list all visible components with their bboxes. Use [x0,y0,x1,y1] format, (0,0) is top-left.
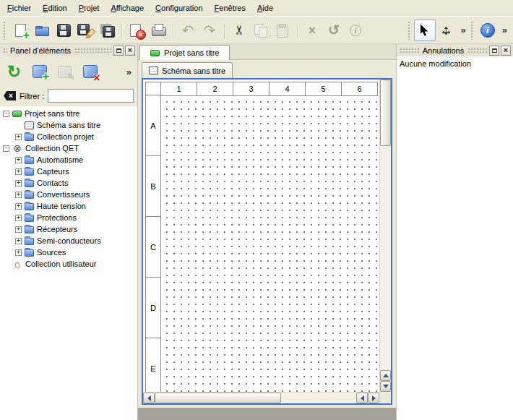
toolbar-icon [12,22,29,39]
tab-projet-sans-titre[interactable]: Projet sans titre [139,45,230,60]
mode-toolbar-overflow-button[interactable]: » [459,20,468,41]
copy-button[interactable] [250,20,272,41]
horizontal-scrollbar[interactable] [143,392,379,403]
tree-item-icon [25,157,34,164]
undo-list-item[interactable]: Aucune modification [398,57,512,69]
scroll-right-button[interactable] [368,393,379,403]
schema-view: 123456 ABCDE [142,78,392,405]
schema-canvas[interactable]: 123456 ABCDE [143,80,379,392]
tree-item-capteurs[interactable]: Capteurs [0,166,137,177]
horizontal-scrollbar-thumb[interactable] [155,393,281,403]
menu-projet[interactable]: Projet [73,1,105,15]
tree-expander-icon[interactable] [15,168,22,175]
menu-configuration[interactable]: Configuration [150,1,208,15]
column-header: 4 [269,82,306,96]
delete-element-button[interactable] [79,61,101,83]
tree-expander-icon[interactable] [15,192,22,198]
panel-toolbar-overflow-button[interactable]: » [124,67,134,77]
tree-expander-icon[interactable] [15,249,22,256]
redo-button[interactable] [199,20,220,41]
save-as-button[interactable] [74,20,96,41]
delete-button[interactable] [301,20,323,41]
tree-expander-icon[interactable] [3,111,9,117]
tree-item-label: Convertisseurs [37,190,90,199]
tree-item-collection-projet[interactable]: Collection projet [0,131,137,142]
tree-item-icon [12,144,22,153]
tree-item-contacts[interactable]: Contacts [0,177,137,189]
select-mode-button[interactable] [414,20,436,41]
filter-input[interactable] [48,89,134,103]
tab-schema-sans-titre[interactable]: Schéma sans titre [142,62,233,78]
row-header: D [145,277,161,338]
tree-item-automatisme[interactable]: Automatisme [0,154,137,166]
paste-button[interactable] [272,20,293,41]
element-info-button[interactable] [345,20,366,41]
save-all-button[interactable] [96,20,118,41]
edit-element-button[interactable] [53,61,76,83]
tree-item-collection-utilisateur[interactable]: Collection utilisateur [0,258,137,270]
undo-panel-titlebar[interactable]: Annulations [397,44,513,56]
tree-item-label: Protections [37,213,77,222]
menu-fenetres[interactable]: Fenêtres [209,1,251,15]
close-file-button[interactable] [126,20,147,41]
toolbar-icon [55,22,72,39]
panel-toolbar-icon [31,63,48,80]
scroll-left-button[interactable] [143,393,155,403]
close-undo-panel-button[interactable] [501,46,511,56]
float-panel-button[interactable] [113,46,124,56]
help-toolbar-drag-handle[interactable] [470,21,474,40]
tree-item-icon [12,260,22,268]
float-icon [492,48,497,53]
tree-expander-icon[interactable] [3,145,9,152]
print-button[interactable] [147,20,169,41]
save-button[interactable] [53,20,74,41]
toolbar-icon [252,22,270,39]
tree-item-sources[interactable]: Sources [0,247,137,258]
menu-fichier[interactable]: Fichier [1,1,37,15]
scroll-left-button-end[interactable] [356,393,368,403]
tree-expander-icon[interactable] [15,226,22,233]
cut-button[interactable] [228,20,250,41]
elements-panel-titlebar[interactable]: Panel d'éléments [0,44,137,56]
tree-item-label: Sources [37,248,66,257]
rotate-button[interactable] [323,20,345,41]
tree-item-schema-sans-titre[interactable]: Schéma sans titre [0,119,137,131]
tree-item-convertisseurs[interactable]: Convertisseurs [0,189,137,200]
tree-item-haute-tension[interactable]: Haute tension [0,200,137,212]
tree-item-semi-conducteurs[interactable]: Semi-conducteurs [0,235,137,247]
tree-item-icon [25,180,34,187]
horizontal-scrollbar-track[interactable] [281,393,356,403]
tree-item-recepteurs[interactable]: Récepteurs [0,223,137,235]
tree-item-protections[interactable]: Protections [0,212,137,223]
tree-expander-icon[interactable] [15,203,22,210]
menu-affichage[interactable]: Affichage [105,1,150,15]
vertical-scrollbar[interactable] [379,80,391,392]
toolbar-drag-handle[interactable] [3,21,7,40]
help-toolbar-overflow-button[interactable]: » [500,20,509,41]
reload-collections-button[interactable] [3,61,25,83]
vertical-scrollbar-track[interactable] [380,146,391,370]
about-button[interactable] [477,20,499,41]
clear-filter-button[interactable] [4,91,16,100]
tree-expander-icon[interactable] [15,180,22,187]
new-file-button[interactable] [9,20,31,41]
new-element-button[interactable] [28,61,51,83]
open-file-button[interactable] [31,20,53,41]
scroll-up-button[interactable] [380,370,391,381]
tree-expander-icon[interactable] [15,157,22,163]
mode-toolbar-drag-handle[interactable] [408,21,411,40]
tree-item-label: Semi-conducteurs [37,236,101,245]
undo-button[interactable] [177,20,199,41]
tree-expander-icon[interactable] [15,215,22,221]
tree-expander-icon[interactable] [15,238,22,244]
tree-expander-icon[interactable] [15,134,22,140]
pan-mode-button[interactable] [436,20,457,41]
menu-aide[interactable]: Aide [251,1,279,15]
tree-item-collection-qet[interactable]: Collection QET [0,142,137,154]
vertical-scrollbar-thumb[interactable] [380,80,391,146]
close-panel-button[interactable] [125,46,135,56]
float-undo-panel-button[interactable] [489,46,499,56]
scroll-down-button[interactable] [380,381,391,392]
menu-edition[interactable]: Édition [37,1,73,15]
tree-item-projet-sans-titre[interactable]: Projet sans titre [0,108,137,119]
